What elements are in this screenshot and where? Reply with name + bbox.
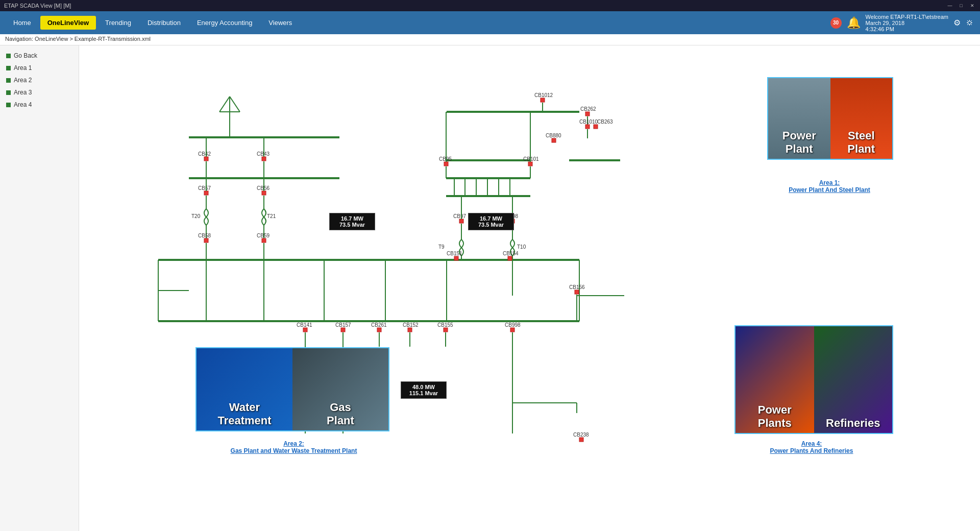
svg-text:T20: T20 <box>191 213 201 219</box>
svg-text:CB157: CB157 <box>335 322 351 328</box>
svg-text:CB97: CB97 <box>453 213 466 219</box>
svg-text:CB59: CB59 <box>257 233 270 238</box>
svg-text:CB262: CB262 <box>580 106 596 112</box>
svg-rect-109 <box>510 328 514 332</box>
svg-line-1 <box>230 96 240 112</box>
data-box-1: 16.7 MW 73.5 Mvar <box>329 213 375 230</box>
date-label: March 29, 2018 <box>866 20 948 26</box>
nav-trending[interactable]: Trending <box>98 16 138 30</box>
svg-rect-78 <box>454 256 458 260</box>
svg-rect-44 <box>594 125 598 129</box>
area2-water-treatment-img: WaterTreatment <box>197 348 292 430</box>
window-controls[interactable]: — □ ✕ <box>946 2 976 9</box>
svg-text:CB43: CB43 <box>257 151 270 157</box>
svg-line-0 <box>219 96 230 112</box>
nav-viewers[interactable]: Viewers <box>261 16 299 30</box>
svg-rect-30 <box>262 238 266 243</box>
svg-text:T10: T10 <box>517 244 526 250</box>
data-box-1-mw: 16.7 MW <box>334 215 371 222</box>
svg-rect-15 <box>204 191 208 195</box>
area4-power-plants-img: PowerPlants <box>736 326 814 433</box>
svg-rect-80 <box>508 256 512 260</box>
user-info: Welcome ETAP-RT1-LT\etstream March 29, 2… <box>866 14 948 32</box>
sidebar-dot <box>6 90 11 95</box>
alert-badge[interactable]: 30 <box>830 17 842 29</box>
breadcrumb: Navigation: OneLineView > Example-RT-Tra… <box>0 34 980 45</box>
area4-label[interactable]: Area 4: Power Plants And Refineries <box>732 440 891 454</box>
svg-rect-106 <box>444 328 448 332</box>
svg-text:CB58: CB58 <box>198 233 211 238</box>
settings-icon[interactable]: ⚙ <box>953 18 961 28</box>
area4-images: PowerPlants Refineries <box>736 326 892 433</box>
svg-text:CB156: CB156 <box>569 284 585 290</box>
svg-text:CB141: CB141 <box>297 322 312 328</box>
svg-rect-66 <box>459 219 463 223</box>
svg-rect-35 <box>541 98 545 102</box>
bell-icon[interactable]: 🔔 <box>847 16 861 30</box>
svg-text:CB880: CB880 <box>546 133 561 138</box>
user-name: Welcome ETAP-RT1-LT\etstream <box>866 14 948 20</box>
data-box-4-mw: 48.0 MW <box>405 384 442 390</box>
nav-home[interactable]: Home <box>6 16 38 30</box>
close-button[interactable]: ✕ <box>969 2 976 9</box>
area2-gas-plant-img: GasPlant <box>292 348 388 430</box>
svg-rect-41 <box>585 125 590 129</box>
svg-rect-27 <box>204 238 208 243</box>
svg-rect-38 <box>585 112 590 116</box>
svg-rect-89 <box>575 290 579 294</box>
area2-images: WaterTreatment GasPlant <box>197 348 388 430</box>
area1-card[interactable]: PowerPlant SteelPlant <box>767 77 893 160</box>
nav-energy-accounting[interactable]: Energy Accounting <box>190 16 259 30</box>
sidebar-dot <box>6 78 11 83</box>
sidebar-area3[interactable]: Area 3 <box>0 86 79 99</box>
area1-label[interactable]: Area 1: Power Plant And Steel Plant <box>768 179 891 194</box>
svg-text:CB57: CB57 <box>198 185 211 191</box>
maximize-button[interactable]: □ <box>958 2 965 9</box>
config-icon[interactable]: ⛭ <box>966 18 974 28</box>
svg-text:CB95: CB95 <box>439 156 452 162</box>
titlebar: ETAP SCADA View [M] [M] — □ ✕ <box>0 0 980 11</box>
user-area: 30 🔔 Welcome ETAP-RT1-LT\etstream March … <box>830 14 974 32</box>
nav-distribution[interactable]: Distribution <box>140 16 188 30</box>
svg-rect-50 <box>444 162 448 166</box>
svg-rect-100 <box>377 328 381 332</box>
navbar: Home OneLineView Trending Distribution E… <box>0 11 980 34</box>
diagram-area[interactable]: .line { stroke: #2e7d32; stroke-width: 2… <box>79 45 980 531</box>
breadcrumb-text: Navigation: OneLineView > Example-RT-Tra… <box>5 36 151 42</box>
data-box-2: 16.7 MW 73.5 Mvar <box>468 213 514 230</box>
area4-refineries-img: Refineries <box>814 326 893 433</box>
svg-text:CB1012: CB1012 <box>534 92 553 98</box>
svg-rect-6 <box>204 157 208 161</box>
svg-rect-19 <box>262 191 266 195</box>
sidebar-dot <box>6 54 11 58</box>
svg-text:CB42: CB42 <box>198 151 211 157</box>
sidebar-area2[interactable]: Area 2 <box>0 74 79 86</box>
sidebar-area4[interactable]: Area 4 <box>0 99 79 111</box>
svg-text:CB56: CB56 <box>257 185 270 191</box>
sidebar: Go Back Area 1 Area 2 Area 3 Area 4 <box>0 45 79 531</box>
svg-text:CB101: CB101 <box>523 156 539 162</box>
sidebar-area1[interactable]: Area 1 <box>0 62 79 74</box>
svg-text:CB154: CB154 <box>503 251 519 256</box>
svg-rect-10 <box>262 157 266 161</box>
svg-text:CB998: CB998 <box>505 322 521 328</box>
time-label: 4:32:46 PM <box>866 26 948 32</box>
svg-rect-115 <box>579 438 583 442</box>
transmission-tower <box>219 96 240 127</box>
nav-onelineview[interactable]: OneLineView <box>40 16 96 30</box>
data-box-4-mvar: 115.1 Mvar <box>405 390 442 396</box>
main-layout: Go Back Area 1 Area 2 Area 3 Area 4 .lin… <box>0 45 980 531</box>
minimize-button[interactable]: — <box>946 2 953 9</box>
area1-images: PowerPlant SteelPlant <box>768 78 892 159</box>
svg-rect-46 <box>552 138 556 142</box>
svg-text:CB263: CB263 <box>597 119 613 125</box>
svg-text:CB261: CB261 <box>371 322 387 328</box>
data-box-2-mw: 16.7 MW <box>473 215 509 222</box>
sidebar-go-back[interactable]: Go Back <box>0 50 79 62</box>
svg-text:CB238: CB238 <box>573 432 589 438</box>
area2-card[interactable]: WaterTreatment GasPlant <box>195 347 389 431</box>
area2-label[interactable]: Area 2: Gas Plant and Water Waste Treatm… <box>198 440 389 454</box>
area1-power-plant-img: PowerPlant <box>768 78 830 159</box>
area4-card[interactable]: PowerPlants Refineries <box>734 325 893 434</box>
svg-rect-103 <box>408 328 412 332</box>
